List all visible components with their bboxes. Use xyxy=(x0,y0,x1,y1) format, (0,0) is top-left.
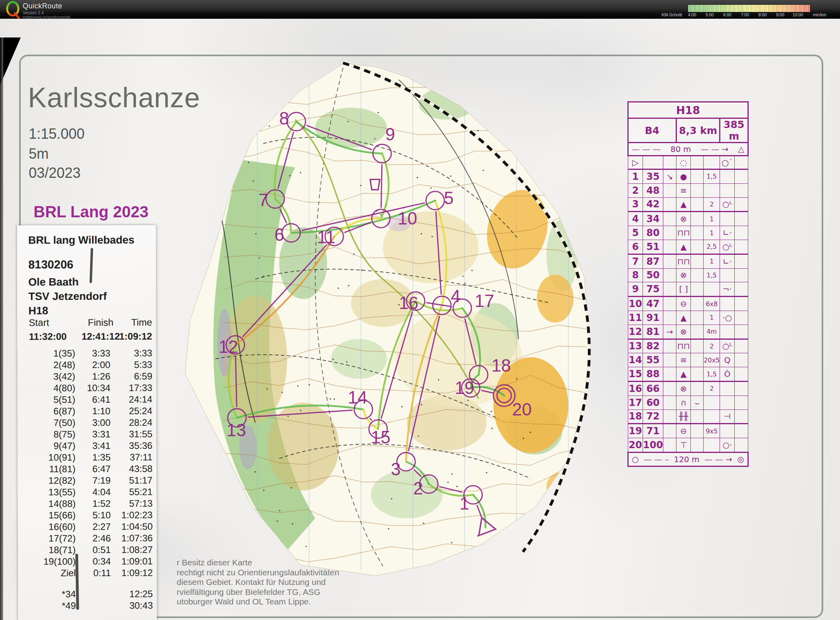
col-start: Start xyxy=(29,317,49,328)
cd-control-row: 135↘●1,5 xyxy=(628,169,748,184)
scan-edge-shadow xyxy=(0,37,3,620)
cd-control-row: 1455≡20x5Q xyxy=(628,353,748,367)
dashes: — — – xyxy=(644,455,669,464)
pace-tick-label: 8:00 xyxy=(754,12,771,17)
split-row: 17(72)2:461:07:36 xyxy=(18,533,157,545)
cd-control-row: 580⊓⊓1∟· xyxy=(628,226,748,240)
extra-punch-row: *4930:43 xyxy=(18,600,157,612)
start-symbol-icon: ▷ xyxy=(628,156,643,169)
cd-start-row: ▷ ◌ ○˙ xyxy=(628,156,748,169)
split-row: 18(71)0:511:08:27 xyxy=(18,545,157,557)
col-finish: Finish xyxy=(69,317,132,328)
pace-legend-labels: KM-Schnitt min/km 4:005:006:007:008:009:… xyxy=(0,12,840,18)
quickroute-window: QuickRoute Version 2.4 matstroeng.se/qui… xyxy=(0,0,840,620)
circle-dot-icon: ○˙ xyxy=(720,156,735,169)
copyright-line: rvielfältigung über Bielefelder TG, ASG xyxy=(177,587,339,597)
scanned-map-sheet: 1234567891011121314151617181920 Karlssch… xyxy=(0,19,840,620)
cd-control-row: 651▲2,5○ᴸ xyxy=(628,240,748,254)
split-row: 2(48)2:005:33 xyxy=(18,360,156,372)
split-row: Ziel0:111:09:12 xyxy=(18,568,157,580)
event-label: BRL Lang 2023 xyxy=(34,203,148,221)
cd-control-row: 342▲2○ᴸ xyxy=(628,197,748,212)
col-time: Time xyxy=(131,317,152,328)
pace-tick-label: 10:00 xyxy=(789,12,806,17)
extra-punch-row: *3412:25 xyxy=(18,589,157,601)
cd-start-distance: 80 m xyxy=(670,144,691,154)
map-contour-interval: 5m xyxy=(29,146,49,162)
split-row: 4(80)10:3417:33 xyxy=(18,383,156,395)
pace-legend-caption: KM-Schnitt xyxy=(646,12,682,17)
split-row: 8(75)3:3131:55 xyxy=(18,429,156,441)
split-times-strip: BRL lang Willebades 8130206 Ole Baath TS… xyxy=(17,225,157,620)
dashes-arrow: — — → xyxy=(701,144,728,154)
start-time: 11:32:00 xyxy=(29,331,67,342)
cd-control-row: 1047⊖6x8 xyxy=(628,297,748,311)
pace-legend-unit: min/km xyxy=(813,12,826,17)
pace-tick-label: 4:00 xyxy=(683,12,701,17)
copyright-line: rechtigt nicht zu Orientierungslaufaktiv… xyxy=(177,568,339,578)
split-row: 9(47)3:4135:36 xyxy=(18,441,156,453)
split-row: 16(60)2:271:04:50 xyxy=(18,522,157,533)
strip-column-headers: Start Finish Time xyxy=(17,317,156,317)
pace-tick-label: 5:00 xyxy=(701,12,718,17)
start-triangle-icon: △ xyxy=(738,144,744,154)
cd-control-row: 1872╫╫⊣ xyxy=(628,409,748,424)
cd-control-row: 248≡ xyxy=(628,183,748,197)
finish-circles-icon: ◎ xyxy=(737,455,744,464)
copyright-line: diesem Gebiet. Kontakt für Nutzung und xyxy=(177,577,339,587)
cd-control-row: 1666⊗2 xyxy=(628,381,748,396)
pace-gradient-legend xyxy=(688,4,810,12)
map-date: 03/2023 xyxy=(29,165,81,181)
split-row: 13(55)4:0455:21 xyxy=(18,487,156,499)
strip-card-number: 8130206 xyxy=(28,258,73,271)
split-row: 14(88)1:5257:13 xyxy=(18,498,156,510)
cd-control-row: 1588▲1,5Ȯ xyxy=(628,367,748,382)
strip-event-name: BRL lang Willebades xyxy=(28,234,134,247)
cd-control-row: 20100⊤○· xyxy=(628,438,748,453)
split-row: 3(42)1:266:59 xyxy=(18,371,156,383)
cd-length: 8,3 km xyxy=(676,118,720,143)
cd-control-row: 1191▲1·○ xyxy=(628,311,748,325)
strip-club-name: TSV Jetzendorf xyxy=(28,290,107,303)
app-header: QuickRoute Version 2.4 matstroeng.se/qui… xyxy=(0,0,840,19)
strip-times-row: 11:32:00 12:41:12 1:09:12 xyxy=(17,331,156,331)
cd-climb: 385 m xyxy=(720,118,748,143)
cd-control-row: 850⊗1,5 xyxy=(628,268,748,282)
copyright-text: r Besitz dieser Karterechtigt nicht zu O… xyxy=(177,558,339,607)
map-scale: 1:15.000 xyxy=(29,126,85,142)
cd-control-row: 787⊓⊓1∟· xyxy=(628,254,748,268)
split-row: 5(51)6:4124:14 xyxy=(18,394,156,406)
cd-control-row: 975[ ]¬· xyxy=(628,282,748,297)
cd-control-row: 1760∩⌣ xyxy=(628,396,748,409)
splits-rows: 1(35)3:333:332(48)2:005:333(42)1:266:594… xyxy=(18,348,157,580)
split-row: 19(100)0:341:09:01 xyxy=(18,556,157,568)
dotted-circle-icon: ◌ xyxy=(676,156,691,169)
split-row: 15(66)5:101:02:23 xyxy=(18,510,157,522)
cd-control-row: 1382⊓⊓2○ᴸ xyxy=(628,339,748,353)
map-title: Karlsschanze xyxy=(28,82,200,114)
cd-finish-row: ○ — — – 120 m — — → ◎ xyxy=(629,455,747,464)
cd-finish-distance: 120 m xyxy=(674,455,700,464)
pace-tick-label: 7:00 xyxy=(736,12,754,17)
extra-punches: *3412:25*4930:43 xyxy=(18,589,157,612)
cd-control-row: 434⊗1 xyxy=(628,212,748,226)
cd-control-row: 1281→⊗4m xyxy=(628,325,748,339)
strip-class: H18 xyxy=(28,305,48,317)
strip-runner-name: Ole Baath xyxy=(28,276,79,288)
dashes: — — — xyxy=(632,144,661,154)
split-row: 10(91)1:3537:11 xyxy=(18,452,156,464)
split-row: 12(82)7:1951:17 xyxy=(18,475,156,487)
pace-tick-label: 6:00 xyxy=(718,12,736,17)
split-row: 11(81)6:4743:58 xyxy=(18,464,156,476)
control-description-sheet: H18 B4 8,3 km 385 m — — — 80 m — — → △ ▷ xyxy=(627,101,749,467)
app-title: QuickRoute xyxy=(23,2,62,10)
total-time: 1:09:12 xyxy=(119,331,152,342)
cd-start-distance-row: — — — 80 m — — → △ xyxy=(629,144,747,154)
cd-control-row: 1971⊖9x5 xyxy=(628,424,748,438)
dashes-arrow: — — → xyxy=(704,455,732,464)
cd-class: H18 xyxy=(628,102,748,118)
circle-icon: ○ xyxy=(632,455,639,464)
split-row: 1(35)3:333:33 xyxy=(18,348,156,360)
split-row: 6(87)1:1025:24 xyxy=(18,406,156,418)
split-row: 7(50)3:0028:24 xyxy=(18,417,156,429)
